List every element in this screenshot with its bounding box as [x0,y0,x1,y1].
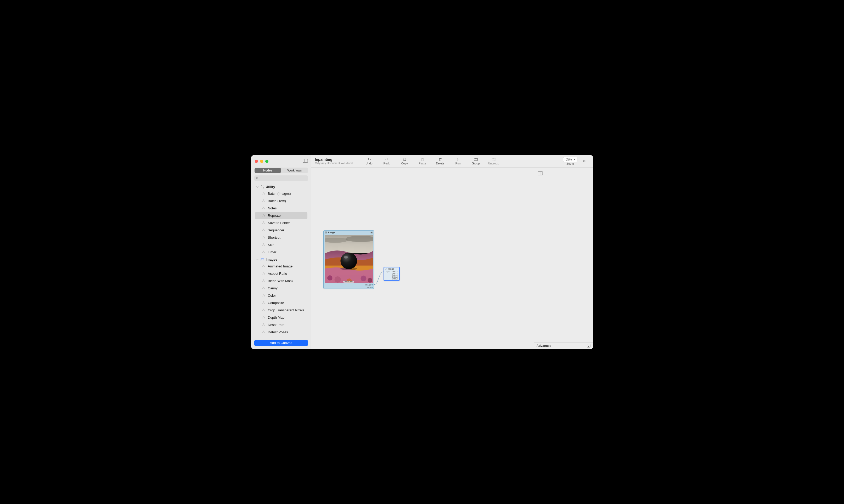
sidebar-item-label: Composite [268,301,284,305]
button-label: Run [455,162,461,165]
chevron-double-right-icon [582,160,587,163]
redo-button[interactable]: Redo [379,157,395,165]
sidebar-item-repeater[interactable]: Repeater [255,212,307,219]
image-icon [325,231,327,234]
ungroup-button[interactable]: Ungroup [486,157,502,165]
sidebar-item-label: Size [268,243,274,247]
category-utility[interactable]: Utility [253,184,310,190]
undo-button[interactable]: Undo [361,157,377,165]
sidebar-item-notes[interactable]: Notes [253,205,310,212]
svg-point-32 [261,259,262,259]
canvas[interactable]: Image ▣ [311,167,534,349]
canvas-node-repeater[interactable]: Image Input Output Output Output Output … [383,267,400,281]
svg-point-60 [263,331,264,331]
button-label: Paste [418,162,426,165]
output-port-2[interactable]: Output [392,274,398,276]
svg-point-16 [263,221,264,222]
svg-point-24 [264,238,265,238]
node-icon [262,308,266,312]
sidebar-item-label: Blend With Mask [268,279,294,283]
svg-rect-63 [404,158,406,161]
svg-point-83 [344,256,348,258]
input-port[interactable]: Input [385,271,390,272]
svg-point-57 [263,323,264,324]
sidebar-item-depth-map[interactable]: Depth Map [253,314,310,321]
svg-line-3 [258,179,258,179]
zoom-select[interactable]: 65% [563,157,577,162]
sidebar-item-shortcut[interactable]: Shortcut [253,234,310,241]
category-images[interactable]: Images [253,256,310,263]
sidebar-item-detect-poses[interactable]: Detect Poses [253,329,310,336]
document-subtitle: Odyssey Document — Edited [315,162,354,165]
svg-point-23 [262,238,263,238]
search-input[interactable] [254,175,308,181]
sidebar-item-canny[interactable]: Canny [253,285,310,292]
svg-point-58 [262,325,263,325]
sidebar-toggle-icon[interactable] [303,159,308,163]
add-to-canvas-button[interactable]: Add to Canvas [254,340,308,346]
sidebar-item-color[interactable]: Color [253,292,310,299]
collapse-icon[interactable]: ▣ [371,231,373,234]
sidebar-item-label: Color [268,293,276,298]
copy-button[interactable]: Copy [397,157,413,165]
sidebar-item-label: Animated Image [268,264,293,268]
node-icon [262,330,266,334]
svg-point-53 [264,310,265,311]
output-port-4[interactable]: Output [392,278,398,280]
node-icon [262,214,266,217]
inspector-body [534,180,593,342]
close-window-button[interactable] [255,160,258,163]
svg-rect-0 [303,159,307,162]
sidebar-item-size[interactable]: Size [253,241,310,249]
fullscreen-window-button[interactable] [265,160,269,163]
panel-toggle-icon[interactable] [538,171,543,177]
output-port-3[interactable]: Output [392,276,398,278]
group-button[interactable]: Group [468,157,484,165]
svg-point-55 [262,318,263,318]
sidebar-item-label: Aspect Ratio [268,272,287,275]
node-icon [262,236,266,239]
sidebar-item-batch-text[interactable]: Batch (Text) [253,197,310,205]
svg-point-35 [264,266,265,267]
sidebar-item-animated-image[interactable]: Animated Image [253,263,310,270]
minimize-window-button[interactable] [260,160,263,163]
sidebar-item-save-to-folder[interactable]: Save to Folder [253,219,310,227]
output-port-0[interactable]: Output [392,271,398,272]
window-controls [251,155,311,167]
tab-workflows[interactable]: Workflows [281,167,308,173]
sidebar-item-desaturate[interactable]: Desaturate [253,321,310,329]
sidebar-item-label: Repeater [268,214,282,217]
delete-button[interactable]: Delete [432,157,448,165]
sidebar-item-sequencer[interactable]: Sequencer [253,227,310,234]
sidebar-item-blend-with-mask[interactable]: Blend With Mask [253,277,310,285]
svg-point-46 [262,296,263,296]
sidebar-item-aspect-ratio[interactable]: Aspect Ratio [253,270,310,277]
image-dimensions-badge: 896 x 896 [343,281,354,283]
sidebar-item-composite[interactable]: Composite [253,299,310,307]
node-icon [262,294,266,298]
node-icon [262,192,266,196]
output-port-1[interactable]: Output [392,272,398,274]
output-port-size[interactable]: Size [324,286,374,289]
trash-icon [438,157,442,162]
canvas-node-image[interactable]: Image ▣ [323,230,374,289]
svg-point-11 [262,208,263,209]
sidebar-tab-switch: Nodes Workflows [254,167,308,173]
svg-point-42 [263,287,264,287]
svg-rect-69 [493,158,494,158]
sidebar-item-batch-images[interactable]: Batch (Images) [253,190,310,197]
sidebar-item-crop-transparent-pixels[interactable]: Crop Transparent Pixels [253,307,310,314]
sidebar-item-timer[interactable]: Timer [253,249,310,256]
svg-point-56 [264,318,265,318]
svg-point-17 [262,223,263,223]
paste-button[interactable]: Paste [414,157,431,165]
svg-point-78 [361,275,366,281]
toolbar-overflow-button[interactable] [579,160,589,163]
tab-nodes[interactable]: Nodes [255,168,281,173]
chevron-down-icon: ⌄ [587,344,590,348]
run-button[interactable]: Run [450,157,466,165]
output-port-image[interactable]: Image [324,284,374,286]
advanced-panel-header[interactable]: Advanced ⌄ [534,342,593,349]
svg-point-59 [264,325,265,325]
canvas-wrap: Image ▣ [311,167,593,349]
